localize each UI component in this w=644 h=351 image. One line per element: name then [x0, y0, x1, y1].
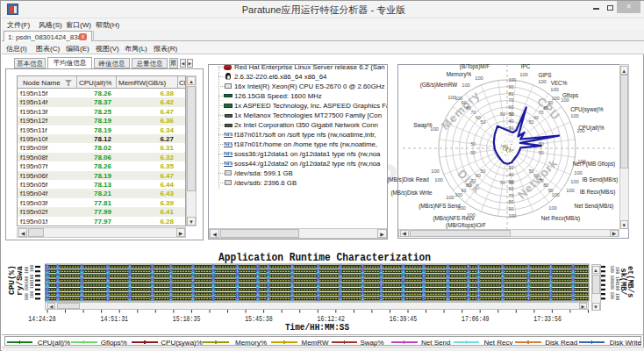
- svg-text:15:18:35: 15:18:35: [173, 315, 201, 324]
- svg-text:15:45:38: 15:45:38: [245, 315, 273, 324]
- svg-text:100 100: 100 100: [25, 283, 29, 301]
- svg-text:100 100: 100 100: [25, 266, 29, 283]
- svg-text:100 100: 100 100: [30, 281, 34, 298]
- svg-text:ry/Swa: ry/Swa: [15, 266, 25, 296]
- svg-text:Time/HH:MM:SS: Time/HH:MM:SS: [285, 322, 349, 333]
- svg-text:14:24:28: 14:24:28: [28, 315, 56, 324]
- svg-text:100 100: 100 100: [30, 264, 34, 282]
- svg-text:100 100: 100 100: [610, 283, 614, 300]
- svg-text:14:51:31: 14:51:31: [101, 315, 129, 324]
- svg-text:100 100: 100 100: [610, 266, 614, 283]
- svg-text:17:06:49: 17:06:49: [462, 315, 490, 324]
- svg-text:Application Runtime Characteri: Application Runtime Characterization: [218, 252, 431, 264]
- svg-text:16:39:45: 16:39:45: [390, 315, 418, 324]
- svg-text:et(MB/s: et(MB/s: [626, 266, 634, 297]
- svg-text:17:33:56: 17:33:56: [533, 315, 562, 324]
